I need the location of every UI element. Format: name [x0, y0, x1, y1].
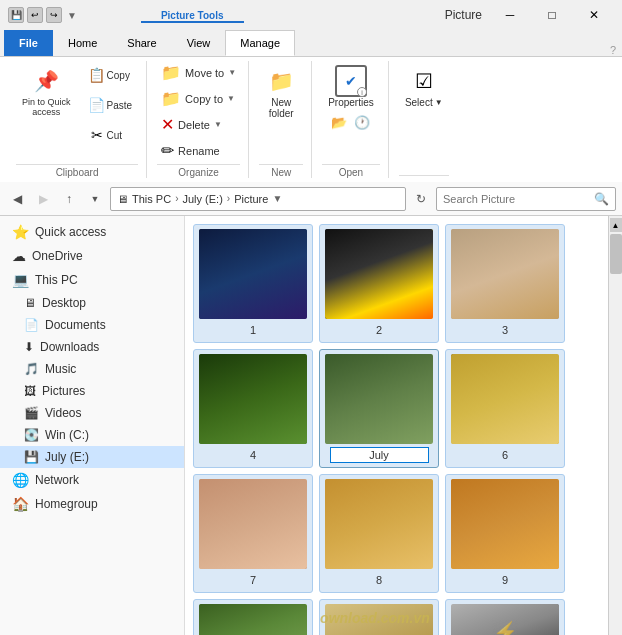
pin-quick-access-button[interactable]: 📌 Pin to Quickaccess	[16, 61, 77, 121]
sidebar-item-documents[interactable]: 📄 Documents	[0, 314, 184, 336]
sidebar-item-this-pc[interactable]: 💻 This PC	[0, 268, 184, 292]
list-item[interactable]: Download.com.vn	[319, 599, 439, 635]
maximize-button[interactable]: □	[532, 0, 572, 30]
win-c-icon: 💽	[24, 428, 39, 442]
list-item[interactable]: ⚡	[445, 599, 565, 635]
file-name: 3	[499, 322, 511, 338]
documents-icon: 📄	[24, 318, 39, 332]
sidebar-item-homegroup[interactable]: 🏠 Homegroup	[0, 492, 184, 516]
sidebar-label-onedrive: OneDrive	[32, 249, 83, 263]
ribbon-group-new: 📁 Newfolder New	[251, 61, 312, 178]
new-folder-button[interactable]: 📁 Newfolder	[259, 61, 303, 123]
delete-button[interactable]: ✕ Delete ▼	[157, 113, 240, 136]
tab-manage[interactable]: Manage	[225, 30, 295, 56]
sidebar-label-desktop: Desktop	[42, 296, 86, 310]
move-to-button[interactable]: 📁 Move to ▼	[157, 61, 240, 84]
file-name: 1	[247, 322, 259, 338]
tab-view[interactable]: View	[172, 30, 226, 56]
save-icon[interactable]: 💾	[8, 7, 24, 23]
sidebar-item-videos[interactable]: 🎬 Videos	[0, 402, 184, 424]
list-item[interactable]: 2	[319, 224, 439, 343]
copy-button[interactable]: 📋 Copy	[81, 61, 139, 89]
back-button[interactable]: ◀	[6, 188, 28, 210]
sidebar-item-network[interactable]: 🌐 Network	[0, 468, 184, 492]
recent-locations-button[interactable]: ▼	[84, 188, 106, 210]
list-item[interactable]	[319, 349, 439, 468]
sidebar-item-quick-access[interactable]: ⭐ Quick access	[0, 220, 184, 244]
newfolder-icon: 📁	[265, 65, 297, 97]
homegroup-icon: 🏠	[12, 496, 29, 512]
tab-file[interactable]: File	[4, 30, 53, 56]
sidebar-item-onedrive[interactable]: ☁ OneDrive	[0, 244, 184, 268]
path-picture: Picture	[234, 193, 268, 205]
file-area[interactable]: 1 2 3 4	[185, 216, 608, 635]
scroll-thumb[interactable]	[610, 234, 622, 274]
ribbon-content: 📌 Pin to Quickaccess 📋 Copy 📄 Paste ✂ Cu…	[0, 57, 622, 182]
file-thumbnail	[451, 479, 559, 569]
search-box[interactable]: 🔍	[436, 187, 616, 211]
undo-icon[interactable]: ↩	[27, 7, 43, 23]
sidebar-item-desktop[interactable]: 🖥 Desktop	[0, 292, 184, 314]
help-icon[interactable]: ?	[610, 44, 616, 56]
organize-label: Organize	[157, 164, 240, 178]
refresh-button[interactable]: ↻	[410, 188, 432, 210]
scroll-up-button[interactable]: ▲	[610, 218, 622, 232]
moveto-icon: 📁	[161, 63, 181, 82]
list-item[interactable]: 1	[193, 224, 313, 343]
up-button[interactable]: ↑	[58, 188, 80, 210]
copyto-icon: 📁	[161, 89, 181, 108]
sidebar-item-july-e[interactable]: 💾 July (E:)	[0, 446, 184, 468]
address-bar: ◀ ▶ ↑ ▼ 🖥 This PC › July (E:) › Picture …	[0, 182, 622, 216]
list-item[interactable]: 4	[193, 349, 313, 468]
sidebar-item-win-c[interactable]: 💽 Win (C:)	[0, 424, 184, 446]
scrollbar[interactable]: ▲ ▼	[608, 216, 622, 635]
sidebar-label-music: Music	[45, 362, 76, 376]
path-july: July (E:)	[182, 193, 222, 205]
sidebar-label-pictures: Pictures	[42, 384, 85, 398]
sidebar-item-pictures[interactable]: 🖼 Pictures	[0, 380, 184, 402]
address-path[interactable]: 🖥 This PC › July (E:) › Picture ▼	[110, 187, 406, 211]
cut-button[interactable]: ✂ Cut	[81, 121, 139, 149]
file-thumbnail	[199, 604, 307, 635]
file-thumbnail	[325, 354, 433, 444]
close-button[interactable]: ✕	[574, 0, 614, 30]
file-name-input[interactable]	[330, 447, 429, 463]
quick-access-icon: ⭐	[12, 224, 29, 240]
list-item[interactable]: 9	[445, 474, 565, 593]
open-button[interactable]: 📂	[329, 114, 349, 131]
properties-button[interactable]: ✔ i Properties	[322, 61, 380, 112]
list-item[interactable]: 3	[445, 224, 565, 343]
copy-to-button[interactable]: 📁 Copy to ▼	[157, 87, 240, 110]
redo-icon[interactable]: ↪	[46, 7, 62, 23]
sidebar-item-downloads[interactable]: ⬇ Downloads	[0, 336, 184, 358]
rename-button[interactable]: ✏ Rename	[157, 139, 240, 162]
list-item[interactable]: 6	[445, 349, 565, 468]
sidebar-item-music[interactable]: 🎵 Music	[0, 358, 184, 380]
search-icon: 🔍	[594, 192, 609, 206]
tab-share[interactable]: Share	[112, 30, 171, 56]
paste-icon: 📄	[87, 95, 107, 115]
list-item[interactable]: 7	[193, 474, 313, 593]
list-item[interactable]: 8	[319, 474, 439, 593]
select-button[interactable]: ☑ Select ▼	[399, 61, 449, 112]
network-icon: 🌐	[12, 472, 29, 488]
minimize-button[interactable]: ─	[490, 0, 530, 30]
history-button[interactable]: 🕐	[352, 114, 372, 131]
ribbon-group-organize: 📁 Move to ▼ 📁 Copy to ▼ ✕ Delete ▼ ✏ Ren…	[149, 61, 249, 178]
dropdown-arrow[interactable]: ▼	[67, 10, 77, 21]
history-icon: 🕐	[354, 115, 370, 130]
ribbon-group-select: ☑ Select ▼	[391, 61, 457, 178]
file-thumbnail	[199, 354, 307, 444]
desktop-icon: 🖥	[24, 296, 36, 310]
paste-button[interactable]: 📄 Paste	[81, 91, 139, 119]
picture-tools-label: Picture Tools	[141, 8, 244, 23]
july-e-icon: 💾	[24, 450, 39, 464]
select-label	[399, 175, 449, 178]
list-item[interactable]	[193, 599, 313, 635]
sidebar-label-this-pc: This PC	[35, 273, 78, 287]
tab-home[interactable]: Home	[53, 30, 112, 56]
search-input[interactable]	[443, 193, 590, 205]
file-thumbnail: ⚡	[451, 604, 559, 635]
file-name: 2	[373, 322, 385, 338]
title-bar-left: 💾 ↩ ↪ ▼ Picture Tools	[8, 7, 244, 23]
